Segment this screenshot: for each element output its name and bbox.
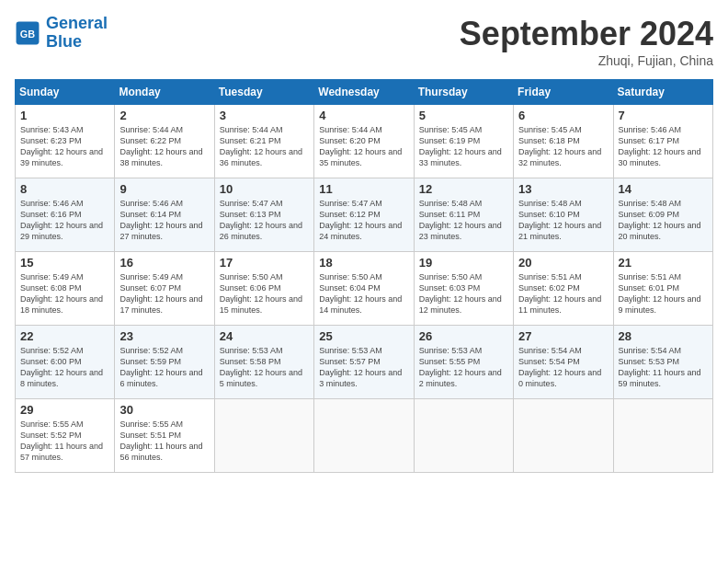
- day-number: 15: [20, 256, 109, 270]
- day-info: Sunrise: 5:44 AM Sunset: 6:22 PM Dayligh…: [119, 124, 209, 169]
- day-header-tuesday: Tuesday: [214, 80, 313, 105]
- day-number: 12: [419, 182, 508, 196]
- day-number: 4: [319, 109, 408, 122]
- day-number: 19: [419, 256, 508, 270]
- location-subtitle: Zhuqi, Fujian, China: [460, 53, 713, 68]
- calendar-cell: 28Sunrise: 5:54 AM Sunset: 5:53 PM Dayli…: [613, 326, 712, 399]
- logo: GB General Blue: [15, 15, 108, 52]
- calendar-week-row: 22Sunrise: 5:52 AM Sunset: 6:00 PM Dayli…: [16, 326, 713, 399]
- day-number: 21: [619, 256, 708, 270]
- day-info: Sunrise: 5:43 AM Sunset: 6:23 PM Dayligh…: [20, 124, 109, 169]
- calendar-week-row: 8Sunrise: 5:46 AM Sunset: 6:16 PM Daylig…: [16, 178, 713, 252]
- day-info: Sunrise: 5:44 AM Sunset: 6:21 PM Dayligh…: [220, 124, 309, 169]
- calendar-cell: 25Sunrise: 5:53 AM Sunset: 5:57 PM Dayli…: [314, 326, 414, 399]
- calendar-cell: 11Sunrise: 5:47 AM Sunset: 6:12 PM Dayli…: [314, 178, 414, 252]
- day-number: 10: [220, 182, 309, 196]
- calendar-cell: 15Sunrise: 5:49 AM Sunset: 6:08 PM Dayli…: [16, 252, 115, 326]
- day-number: 29: [20, 403, 109, 417]
- day-info: Sunrise: 5:48 AM Sunset: 6:11 PM Dayligh…: [419, 198, 508, 243]
- day-header-saturday: Saturday: [613, 80, 712, 105]
- day-number: 30: [119, 403, 209, 417]
- calendar-week-row: 29Sunrise: 5:55 AM Sunset: 5:52 PM Dayli…: [16, 399, 713, 473]
- day-number: 14: [619, 182, 708, 196]
- calendar-header-row: SundayMondayTuesdayWednesdayThursdayFrid…: [16, 80, 713, 105]
- day-info: Sunrise: 5:46 AM Sunset: 6:14 PM Dayligh…: [119, 198, 209, 243]
- day-info: Sunrise: 5:50 AM Sunset: 6:04 PM Dayligh…: [319, 271, 408, 316]
- calendar-cell: [613, 399, 712, 473]
- calendar-cell: 23Sunrise: 5:52 AM Sunset: 5:59 PM Dayli…: [115, 326, 214, 399]
- day-number: 16: [119, 256, 209, 270]
- day-info: Sunrise: 5:52 AM Sunset: 6:00 PM Dayligh…: [20, 345, 109, 390]
- calendar-cell: 12Sunrise: 5:48 AM Sunset: 6:11 PM Dayli…: [414, 178, 513, 252]
- calendar-cell: 5Sunrise: 5:45 AM Sunset: 6:19 PM Daylig…: [414, 105, 513, 178]
- day-info: Sunrise: 5:49 AM Sunset: 6:08 PM Dayligh…: [20, 271, 109, 316]
- day-info: Sunrise: 5:46 AM Sunset: 6:16 PM Dayligh…: [20, 198, 109, 243]
- day-number: 28: [619, 329, 708, 343]
- day-number: 2: [119, 109, 209, 122]
- calendar-cell: 13Sunrise: 5:48 AM Sunset: 6:10 PM Dayli…: [514, 178, 613, 252]
- calendar-table: SundayMondayTuesdayWednesdayThursdayFrid…: [15, 79, 713, 473]
- day-info: Sunrise: 5:53 AM Sunset: 5:55 PM Dayligh…: [419, 345, 508, 390]
- calendar-cell: 7Sunrise: 5:46 AM Sunset: 6:17 PM Daylig…: [613, 105, 712, 178]
- day-number: 11: [319, 182, 408, 196]
- calendar-cell: [214, 399, 313, 473]
- calendar-cell: 6Sunrise: 5:45 AM Sunset: 6:18 PM Daylig…: [514, 105, 613, 178]
- page-header: GB General Blue September 2024 Zhuqi, Fu…: [15, 15, 713, 68]
- day-number: 17: [220, 256, 309, 270]
- svg-text:GB: GB: [20, 28, 35, 39]
- calendar-cell: 2Sunrise: 5:44 AM Sunset: 6:22 PM Daylig…: [115, 105, 214, 178]
- day-number: 24: [220, 329, 309, 343]
- day-header-thursday: Thursday: [414, 80, 513, 105]
- calendar-cell: 29Sunrise: 5:55 AM Sunset: 5:52 PM Dayli…: [16, 399, 115, 473]
- day-info: Sunrise: 5:46 AM Sunset: 6:17 PM Dayligh…: [619, 124, 708, 169]
- calendar-cell: 8Sunrise: 5:46 AM Sunset: 6:16 PM Daylig…: [16, 178, 115, 252]
- calendar-cell: 10Sunrise: 5:47 AM Sunset: 6:13 PM Dayli…: [214, 178, 313, 252]
- day-info: Sunrise: 5:49 AM Sunset: 6:07 PM Dayligh…: [119, 271, 209, 316]
- calendar-cell: [514, 399, 613, 473]
- day-info: Sunrise: 5:50 AM Sunset: 6:03 PM Dayligh…: [419, 271, 508, 316]
- calendar-cell: [314, 399, 414, 473]
- day-number: 23: [119, 329, 209, 343]
- day-number: 7: [619, 109, 708, 122]
- day-info: Sunrise: 5:44 AM Sunset: 6:20 PM Dayligh…: [319, 124, 408, 169]
- calendar-cell: 27Sunrise: 5:54 AM Sunset: 5:54 PM Dayli…: [514, 326, 613, 399]
- logo-icon: GB: [15, 20, 40, 46]
- day-header-sunday: Sunday: [16, 80, 115, 105]
- day-number: 6: [518, 109, 608, 122]
- day-number: 1: [20, 109, 109, 122]
- day-number: 25: [319, 329, 408, 343]
- day-number: 3: [220, 109, 309, 122]
- calendar-cell: 21Sunrise: 5:51 AM Sunset: 6:01 PM Dayli…: [613, 252, 712, 326]
- calendar-cell: 4Sunrise: 5:44 AM Sunset: 6:20 PM Daylig…: [314, 105, 414, 178]
- day-info: Sunrise: 5:51 AM Sunset: 6:02 PM Dayligh…: [518, 271, 608, 316]
- month-title: September 2024: [460, 15, 713, 53]
- day-info: Sunrise: 5:55 AM Sunset: 5:52 PM Dayligh…: [20, 419, 109, 464]
- calendar-cell: 24Sunrise: 5:53 AM Sunset: 5:58 PM Dayli…: [214, 326, 313, 399]
- calendar-cell: 19Sunrise: 5:50 AM Sunset: 6:03 PM Dayli…: [414, 252, 513, 326]
- calendar-cell: 14Sunrise: 5:48 AM Sunset: 6:09 PM Dayli…: [613, 178, 712, 252]
- calendar-cell: 9Sunrise: 5:46 AM Sunset: 6:14 PM Daylig…: [115, 178, 214, 252]
- calendar-cell: 22Sunrise: 5:52 AM Sunset: 6:00 PM Dayli…: [16, 326, 115, 399]
- day-info: Sunrise: 5:54 AM Sunset: 5:53 PM Dayligh…: [619, 345, 708, 390]
- calendar-week-row: 15Sunrise: 5:49 AM Sunset: 6:08 PM Dayli…: [16, 252, 713, 326]
- day-number: 8: [20, 182, 109, 196]
- day-number: 9: [119, 182, 209, 196]
- calendar-cell: [414, 399, 513, 473]
- calendar-cell: 20Sunrise: 5:51 AM Sunset: 6:02 PM Dayli…: [514, 252, 613, 326]
- calendar-cell: 30Sunrise: 5:55 AM Sunset: 5:51 PM Dayli…: [115, 399, 214, 473]
- calendar-cell: 17Sunrise: 5:50 AM Sunset: 6:06 PM Dayli…: [214, 252, 313, 326]
- day-info: Sunrise: 5:45 AM Sunset: 6:19 PM Dayligh…: [419, 124, 508, 169]
- logo-text: General Blue: [46, 15, 108, 52]
- day-info: Sunrise: 5:52 AM Sunset: 5:59 PM Dayligh…: [119, 345, 209, 390]
- calendar-cell: 18Sunrise: 5:50 AM Sunset: 6:04 PM Dayli…: [314, 252, 414, 326]
- day-info: Sunrise: 5:48 AM Sunset: 6:09 PM Dayligh…: [619, 198, 708, 243]
- day-info: Sunrise: 5:50 AM Sunset: 6:06 PM Dayligh…: [220, 271, 309, 316]
- day-number: 5: [419, 109, 508, 122]
- day-info: Sunrise: 5:47 AM Sunset: 6:13 PM Dayligh…: [220, 198, 309, 243]
- calendar-cell: 26Sunrise: 5:53 AM Sunset: 5:55 PM Dayli…: [414, 326, 513, 399]
- calendar-cell: 1Sunrise: 5:43 AM Sunset: 6:23 PM Daylig…: [16, 105, 115, 178]
- day-info: Sunrise: 5:47 AM Sunset: 6:12 PM Dayligh…: [319, 198, 408, 243]
- title-block: September 2024 Zhuqi, Fujian, China: [460, 15, 713, 68]
- day-number: 13: [518, 182, 608, 196]
- day-header-monday: Monday: [115, 80, 214, 105]
